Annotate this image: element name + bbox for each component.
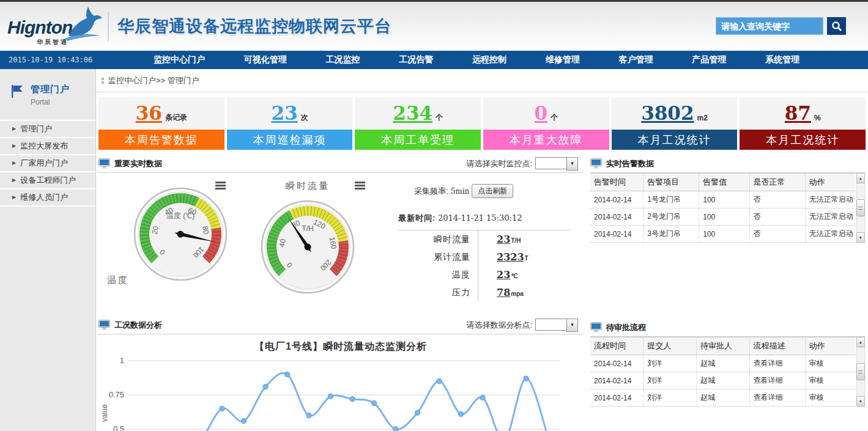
stat-card-1[interactable]: 23次本周巡检漏项 [227,97,353,150]
stat-card-5[interactable]: 87%本月工况统计 [740,97,866,150]
sidebar-item-1[interactable]: ▶监控大屏发布 [0,138,95,155]
hamburger-menu-icon[interactable] [355,182,365,191]
breadcrumb-grip-icon [102,78,104,84]
sidebar-item-label: 设备工程师门户 [20,172,76,188]
approvals-cell: 审核 [805,355,855,372]
arrow-right-icon: ▶ [12,155,16,171]
alarms-cell: 2号龙门吊 [644,208,699,226]
reading-unit: ℃ [511,273,517,279]
reading-unit: mpa [511,290,524,297]
latest-time-value: 2014-11-21 15:30:12 [438,213,522,223]
realtime-section-title: 重要实时数据 [114,158,162,169]
scroll-up-button[interactable]: ▲ [856,337,865,347]
nav-item-1[interactable]: 可视化管理 [244,54,287,65]
reading-label: 压力 [398,287,470,298]
nav-item-7[interactable]: 产品管理 [692,54,726,65]
nav-item-4[interactable]: 远程控制 [472,54,506,65]
hamburger-menu-icon[interactable] [215,182,226,191]
sidebar-item-3[interactable]: ▶设备工程师门户 [0,172,95,190]
nav-item-2[interactable]: 工况监控 [325,54,360,65]
table-row[interactable]: 2014-02-14刘洋赵城查看详细审核 [590,389,856,407]
stat-card-top: 234个 [355,97,481,130]
approvals-section-title: 待审批流程 [606,322,646,333]
reading-row-1: 累计流量2323T [398,248,571,266]
table-row[interactable]: 2014-02-14刘洋赵城查看详细审核 [590,355,856,372]
scroll-thumb[interactable] [856,199,865,216]
search-button[interactable] [827,17,846,35]
approvals-cell: 刘洋 [644,355,697,372]
scroll-down-button[interactable]: ▼ [856,396,865,407]
nav-item-8[interactable]: 系统管理 [765,54,799,65]
nav-item-6[interactable]: 客户管理 [618,54,653,65]
alarms-cell: 3号龙门吊 [644,226,699,243]
alarms-column-header: 告警时间 [590,174,644,191]
realtime-readings-panel: 采集频率: 5min 点击刷新 最新时间: 2014-11-21 15:30:1… [398,179,571,301]
sidebar-item-0[interactable]: ▶管理门户 [0,121,95,138]
table-row[interactable]: 2014-02-141号龙门吊100否无法正常启动 [590,191,856,208]
analysis-point-select[interactable]: ▼ [535,319,578,332]
alarms-cell: 无法正常启动 [805,191,855,208]
svg-text:value: value [100,404,109,422]
stat-label: 本周告警数据 [98,130,224,150]
stat-unit: 个 [436,112,443,123]
scroll-track[interactable] [856,347,865,396]
scroll-down-button[interactable]: ▼ [856,232,865,243]
table-row[interactable]: 2014-02-14刘洋赵城查看详细审核 [590,372,856,389]
gauge-flow: 瞬时流量 04080120160200T/H [238,179,377,301]
reading-label: 温度 [398,270,470,281]
stat-unit: m2 [697,114,707,122]
approvals-cell: 赵城 [696,389,749,407]
page-title: 华辰智通设备远程监控物联网云平台 [117,15,391,37]
portal-subtitle: Portal [31,98,70,106]
alarms-scrollbar[interactable]: ▲▼ [856,173,865,243]
alarms-section-title: 实时告警数据 [606,158,654,169]
approvals-column-header: 流程描述 [749,337,805,355]
monitor-select-value [535,157,566,169]
sidebar-item-2[interactable]: ▶厂家用户门户 [0,155,95,172]
stat-label: 本月工况统计 [612,130,738,150]
scroll-up-button[interactable]: ▲ [856,173,865,183]
alarms-cell: 无法正常启动 [805,226,855,243]
approvals-cell: 2014-02-14 [590,355,644,372]
reading-row-2: 温度23℃ [398,266,571,284]
nav-item-0[interactable]: 监控中心门户 [154,54,205,65]
nav-item-3[interactable]: 工况告警 [399,54,433,65]
approvals-scrollbar[interactable]: ▲▼ [856,337,865,407]
stat-card-4[interactable]: 3802m2本月工况统计 [612,97,738,150]
alarms-cell: 100 [699,191,749,208]
header-search [716,17,846,35]
stat-card-2[interactable]: 234个本周工单受理 [355,97,481,150]
scroll-thumb[interactable] [856,363,865,380]
chevron-down-icon: ▼ [566,157,578,171]
sidebar-item-4[interactable]: ▶维修人员门户 [0,190,95,207]
reading-row-0: 瞬时流量23T/H [398,230,571,248]
arrow-right-icon: ▶ [12,121,16,137]
temperature-gauge-dial: 020406080100温度 (℃) [132,185,229,283]
approvals-grid: 流程时间提交人待审批人流程描述动作2014-02-14刘洋赵城查看详细审核201… [590,337,856,407]
alarms-cell: 否 [749,226,805,243]
approvals-cell: 审核 [805,372,855,389]
stat-value: 23 [271,104,297,123]
stat-label: 本月工况统计 [740,130,866,150]
refresh-button[interactable]: 点击刷新 [472,184,513,198]
breadcrumb[interactable]: 监控中心门户>> 管理门户 [96,69,868,92]
stat-card-top: 23次 [227,97,353,130]
scroll-track[interactable] [856,183,865,232]
monitor-point-select[interactable]: ▼ [535,157,578,171]
nav-item-5[interactable]: 维修管理 [546,54,580,65]
reading-value-cell: 23℃ [478,266,518,284]
stat-card-3[interactable]: 0个本月重大故障 [483,97,609,150]
left-column: 重要实时数据 请选择实时监控点: ▼ 温度 [96,155,584,431]
logo-divider [108,12,109,41]
portal-title: 管理门户 [31,84,70,95]
search-input[interactable] [716,17,823,35]
arrow-right-icon: ▶ [12,190,16,205]
reading-label: 累计流量 [398,252,470,263]
table-row[interactable]: 2014-02-142号龙门吊100否无法正常启动 [590,208,856,226]
alarms-cell: 100 [699,208,749,226]
breadcrumb-text: 监控中心门户>> 管理门户 [108,75,199,86]
stat-card-0[interactable]: 36条记录本周告警数据 [98,97,224,150]
alarms-column-header: 动作 [805,174,855,191]
monitor-icon [590,322,602,333]
table-row[interactable]: 2014-02-143号龙门吊100否无法正常启动 [590,226,856,243]
